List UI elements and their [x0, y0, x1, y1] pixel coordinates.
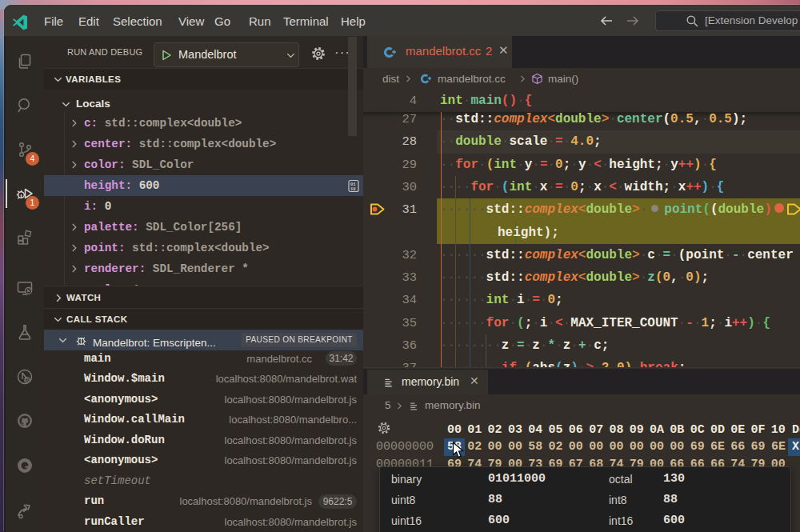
svg-text:10: 10	[350, 186, 356, 192]
